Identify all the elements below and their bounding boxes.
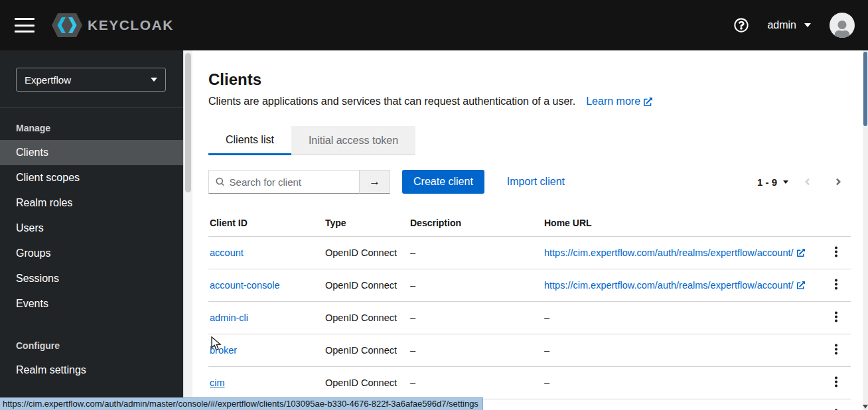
nav-section-configure: Configure bbox=[0, 335, 183, 358]
search-icon bbox=[216, 177, 224, 186]
client-id-link[interactable]: admin-cli bbox=[210, 312, 248, 323]
client-id-link[interactable]: cim bbox=[210, 377, 225, 388]
home-url-empty: – bbox=[544, 367, 819, 399]
col-header-type: Type bbox=[325, 211, 410, 237]
kebab-icon bbox=[835, 344, 837, 355]
client-type: OpenID Connect bbox=[325, 302, 410, 334]
pagination-next-button[interactable] bbox=[826, 174, 851, 190]
external-link-icon bbox=[797, 281, 805, 289]
sidebar-divider bbox=[0, 107, 183, 108]
sidebar-scrollbar[interactable] bbox=[183, 50, 192, 410]
kebab-icon bbox=[835, 246, 837, 257]
hamburger-menu-icon[interactable] bbox=[13, 15, 36, 35]
search-input[interactable] bbox=[230, 176, 352, 188]
table-row: cim OpenID Connect – – bbox=[208, 367, 851, 399]
sidebar-item-realm-settings[interactable]: Realm settings bbox=[0, 358, 183, 383]
client-id-link[interactable]: account bbox=[210, 247, 244, 258]
learn-more-label: Learn more bbox=[586, 96, 640, 107]
client-type: OpenID Connect bbox=[325, 237, 410, 269]
sidebar-item-events[interactable]: Events bbox=[0, 291, 183, 316]
sidebar-scrollbar-thumb[interactable] bbox=[185, 53, 191, 192]
search-box bbox=[208, 170, 360, 194]
nav-section-manage: Manage bbox=[0, 117, 183, 140]
col-header-description: Description bbox=[410, 211, 544, 237]
page-scrollbar-thumb[interactable] bbox=[863, 52, 867, 126]
tabs: Clients list Initial access token bbox=[208, 126, 851, 155]
home-url-text: https://cim.expertflow.com/auth/realms/e… bbox=[544, 280, 794, 291]
create-client-button[interactable]: Create client bbox=[402, 170, 484, 194]
angle-left-icon bbox=[804, 176, 810, 187]
angle-right-icon bbox=[835, 176, 841, 187]
page-body: Expertflow Manage Clients Client scopes … bbox=[0, 50, 868, 410]
username-label: admin bbox=[767, 19, 796, 31]
client-id-link[interactable]: broker bbox=[210, 345, 237, 356]
table-header-row: Client ID Type Description Home URL bbox=[208, 211, 851, 237]
row-actions-kebab-icon[interactable] bbox=[830, 407, 843, 410]
col-header-home-url: Home URL bbox=[544, 211, 819, 237]
kebab-icon bbox=[835, 279, 837, 290]
top-bar: KEYCLOAK admin bbox=[0, 0, 868, 50]
chevron-down-icon bbox=[151, 78, 157, 82]
sidebar-item-client-scopes[interactable]: Client scopes bbox=[0, 165, 183, 190]
search-group: → bbox=[208, 170, 390, 194]
sidebar-item-groups[interactable]: Groups bbox=[0, 241, 183, 266]
col-header-actions bbox=[819, 211, 851, 237]
col-header-client-id: Client ID bbox=[208, 211, 325, 237]
realm-name: Expertflow bbox=[25, 74, 71, 86]
pagination-prev-button[interactable] bbox=[795, 174, 820, 190]
client-description: – bbox=[410, 367, 544, 399]
sidebar: Expertflow Manage Clients Client scopes … bbox=[0, 50, 183, 410]
table-row: account-console OpenID Connect – https:/… bbox=[208, 269, 851, 302]
main-content: Clients Clients are applications and ser… bbox=[192, 50, 863, 410]
tab-clients-list[interactable]: Clients list bbox=[208, 126, 291, 155]
masthead-right: admin bbox=[734, 13, 855, 38]
learn-more-link[interactable]: Learn more bbox=[586, 96, 652, 107]
realm-selector-dropdown[interactable]: Expertflow bbox=[16, 68, 166, 92]
clients-table: Client ID Type Description Home URL acco… bbox=[208, 211, 851, 410]
row-actions-kebab-icon[interactable] bbox=[830, 277, 843, 294]
scrollbar-down-arrow-icon[interactable] bbox=[863, 405, 868, 409]
sidebar-item-clients[interactable]: Clients bbox=[0, 140, 183, 165]
client-description: – bbox=[410, 269, 544, 302]
tab-initial-access-token[interactable]: Initial access token bbox=[291, 126, 415, 155]
keycloak-logo-icon bbox=[52, 13, 82, 37]
pagination-range-dropdown[interactable]: 1 - 9 bbox=[757, 176, 788, 188]
kebab-icon bbox=[835, 311, 837, 322]
page-subtitle-text: Clients are applications and services th… bbox=[208, 96, 575, 107]
row-actions-kebab-icon[interactable] bbox=[830, 244, 843, 261]
link-preview-statusbar: https://cim.expertflow.com/auth/admin/ma… bbox=[0, 397, 483, 410]
row-actions-kebab-icon[interactable] bbox=[830, 342, 843, 359]
client-id-link[interactable]: account-console bbox=[210, 280, 280, 291]
page-title: Clients bbox=[208, 70, 851, 89]
pagination-range-label: 1 - 9 bbox=[757, 176, 777, 188]
client-type: OpenID Connect bbox=[325, 367, 410, 399]
help-icon[interactable] bbox=[734, 18, 749, 33]
client-description: – bbox=[410, 334, 544, 367]
keycloak-logo: KEYCLOAK bbox=[52, 13, 174, 37]
page-scrollbar[interactable] bbox=[863, 50, 868, 410]
user-menu-dropdown[interactable]: admin bbox=[767, 19, 811, 31]
brand-wordmark: KEYCLOAK bbox=[88, 17, 174, 33]
external-link-icon bbox=[797, 249, 805, 257]
home-url-text: https://cim.expertflow.com/auth/realms/e… bbox=[544, 247, 794, 258]
sidebar-item-realm-roles[interactable]: Realm roles bbox=[0, 190, 183, 216]
client-type: OpenID Connect bbox=[325, 334, 410, 367]
table-row: broker OpenID Connect – – bbox=[208, 334, 851, 367]
table-row: admin-cli OpenID Connect – – bbox=[208, 302, 851, 334]
row-actions-kebab-icon[interactable] bbox=[830, 374, 843, 391]
import-client-link[interactable]: Import client bbox=[507, 176, 565, 188]
home-url-link[interactable]: https://cim.expertflow.com/auth/realms/e… bbox=[544, 280, 805, 291]
sidebar-item-sessions[interactable]: Sessions bbox=[0, 266, 183, 291]
pagination: 1 - 9 bbox=[757, 174, 851, 190]
home-url-empty: – bbox=[544, 399, 819, 410]
search-submit-button[interactable]: → bbox=[360, 170, 390, 194]
avatar[interactable] bbox=[830, 13, 855, 38]
row-actions-kebab-icon[interactable] bbox=[830, 309, 843, 326]
home-url-link[interactable]: https://cim.expertflow.com/auth/realms/e… bbox=[544, 247, 805, 258]
home-url-empty: – bbox=[544, 334, 819, 367]
nav-gap bbox=[0, 316, 183, 335]
client-description: – bbox=[410, 302, 544, 334]
kebab-icon bbox=[835, 376, 837, 387]
page-subtitle: Clients are applications and services th… bbox=[208, 96, 851, 107]
sidebar-item-users[interactable]: Users bbox=[0, 216, 183, 241]
